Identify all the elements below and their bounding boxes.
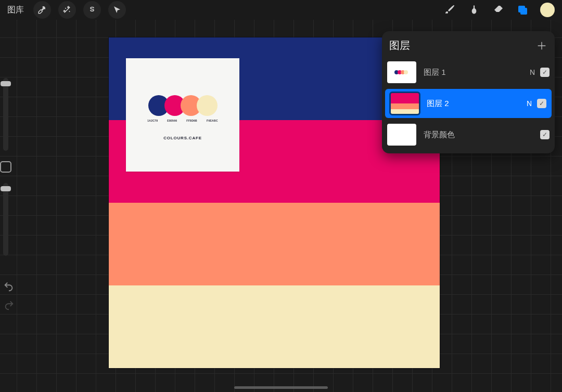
wrench-icon[interactable] (33, 1, 51, 19)
layer-visibility-checkbox[interactable]: ✓ (540, 130, 550, 139)
svg-rect-1 (520, 8, 527, 15)
select-s-icon[interactable] (83, 1, 101, 19)
layer-visibility-checkbox[interactable]: ✓ (540, 68, 550, 77)
layer-thumbnail (387, 124, 416, 146)
layer-blend-mode[interactable]: N (530, 68, 535, 76)
opacity-slider[interactable] (3, 183, 8, 256)
hex-code: E80566 (167, 119, 177, 122)
modifier-button[interactable] (0, 161, 11, 173)
layers-icon[interactable] (516, 4, 529, 16)
slider-handle[interactable] (1, 186, 11, 191)
layer-name: 图层 2 (427, 99, 527, 109)
cursor-icon[interactable] (108, 1, 126, 19)
layer-thumbnail (390, 93, 419, 114)
layer-blend-mode[interactable]: N (527, 99, 532, 108)
layers-panel-title: 图层 (389, 38, 410, 53)
hex-code: FF8D6B (186, 119, 197, 122)
home-indicator (234, 386, 328, 389)
eraser-icon[interactable] (492, 4, 505, 16)
layer-name: 图层 1 (424, 68, 530, 77)
hex-code: F6EABC (207, 119, 218, 122)
layer-row[interactable]: 图层 1 N ✓ (382, 58, 555, 87)
layer-row[interactable]: 图层 2 N ✓ (385, 89, 552, 118)
layer-name: 背景颜色 (424, 130, 535, 140)
palette-card: 1A2C79 E80566 FF8D6B F6EABC COLOURS.CAFE (126, 58, 239, 172)
swatch-dot (197, 95, 218, 116)
undo-button[interactable] (3, 281, 15, 292)
wand-icon[interactable] (58, 1, 76, 19)
brush-size-slider[interactable] (3, 78, 8, 151)
brush-icon[interactable] (443, 4, 456, 16)
canvas-stripe (109, 203, 440, 285)
layer-row[interactable]: 背景颜色 ✓ (382, 120, 555, 149)
layer-visibility-checkbox[interactable]: ✓ (537, 99, 546, 108)
canvas-stripe (109, 285, 440, 368)
palette-swatches (148, 95, 218, 116)
palette-brand: COLOURS.CAFE (163, 136, 202, 140)
gallery-button[interactable]: 图库 (7, 5, 24, 16)
slider-handle[interactable] (1, 81, 11, 86)
redo-button[interactable] (3, 299, 15, 311)
add-layer-button[interactable] (536, 40, 547, 51)
hex-code: 1A2C79 (147, 119, 158, 122)
layers-panel: 图层 图层 1 N ✓ 图层 2 N ✓ 背景颜色 ✓ (382, 31, 555, 153)
left-sidebar (0, 78, 11, 256)
smudge-icon[interactable] (467, 3, 481, 17)
top-toolbar: 图库 (0, 0, 562, 20)
palette-codes: 1A2C79 E80566 FF8D6B F6EABC (147, 119, 218, 122)
color-swatch[interactable] (540, 3, 555, 17)
layer-thumbnail (387, 61, 416, 83)
